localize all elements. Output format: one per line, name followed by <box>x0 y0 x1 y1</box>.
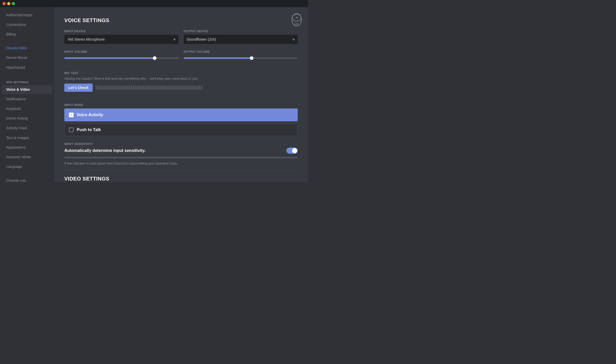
input-mode-section: INPUT MODE Voice Activity Push to Talk <box>64 103 298 136</box>
sidebar-item-language[interactable]: Language <box>2 162 52 171</box>
sidebar-item-connections[interactable]: Connections <box>2 20 52 30</box>
traffic-lights <box>3 2 15 5</box>
output-volume-label: OUTPUT VOLUME <box>184 50 298 53</box>
mic-bar <box>199 86 200 90</box>
input-volume-slider[interactable] <box>64 57 179 59</box>
mic-bar <box>147 86 149 90</box>
mic-bar <box>197 86 198 90</box>
sidebar-item-game-activity[interactable]: Game Activity <box>2 114 52 123</box>
toggle-thumb <box>292 148 297 153</box>
mic-bar <box>164 86 165 90</box>
mic-bar <box>125 86 126 90</box>
mic-bar <box>153 86 155 90</box>
mic-bar <box>174 86 175 90</box>
mic-bar <box>135 86 136 90</box>
sidebar-item-voice-video[interactable]: Voice & Video <box>2 85 52 94</box>
sensitivity-slider-track <box>64 157 298 158</box>
minimize-traffic-light[interactable] <box>7 2 10 5</box>
input-sensitivity-section: INPUT SENSITIVITY Automatically determin… <box>64 142 298 165</box>
auto-sensitivity-toggle[interactable] <box>286 148 298 154</box>
mic-bar <box>98 86 99 90</box>
mic-bar <box>139 86 140 90</box>
mic-bar <box>184 86 186 90</box>
mic-bar <box>143 86 145 90</box>
mic-level-bars <box>96 86 298 90</box>
close-button[interactable]: × ESC <box>292 13 302 26</box>
auto-sensitivity-text: Automatically determine input sensitivit… <box>64 148 145 153</box>
maximize-traffic-light[interactable] <box>12 2 15 5</box>
sidebar-item-billing[interactable]: Billing <box>2 30 52 39</box>
mic-bar <box>172 86 173 90</box>
divider-2 <box>64 98 298 98</box>
sidebar-item-notifications[interactable]: Notifications <box>2 95 52 104</box>
mic-bar <box>151 86 153 90</box>
voice-activity-option[interactable]: Voice Activity <box>64 108 298 121</box>
device-dropdowns-row: INPUT DEVICE Yeti Stereo Microphone Defa… <box>64 30 298 44</box>
mic-bar <box>195 86 196 90</box>
output-device-label: OUTPUT DEVICE <box>184 30 298 33</box>
mic-bar <box>122 86 124 90</box>
output-volume-slider[interactable] <box>184 57 298 59</box>
mic-bar <box>170 86 171 90</box>
mic-bar <box>110 86 112 90</box>
sidebar-item-change-log[interactable]: Change Log <box>2 176 52 182</box>
input-sensitivity-label: INPUT SENSITIVITY <box>64 142 298 145</box>
sidebar-item-activity-feed[interactable]: Activity Feed <box>2 124 52 133</box>
mic-bar <box>131 86 132 90</box>
mic-bar <box>96 86 97 90</box>
mic-bar <box>149 86 151 90</box>
mic-bar <box>188 86 190 90</box>
mic-bar <box>104 86 105 90</box>
sidebar-item-keybinds[interactable]: Keybinds <box>2 104 52 114</box>
voice-activity-label: Voice Activity <box>77 113 103 117</box>
divider-3 <box>64 170 298 171</box>
close-icon: × <box>295 15 298 20</box>
mic-bar <box>106 86 108 90</box>
mic-bar <box>180 86 182 90</box>
mic-bar <box>157 86 159 90</box>
input-device-select[interactable]: Yeti Stereo Microphone Default Built-in … <box>64 35 179 44</box>
close-traffic-light[interactable] <box>3 2 6 5</box>
push-to-talk-checkbox <box>69 128 74 132</box>
sidebar-item-text-images[interactable]: Text & Images <box>2 133 52 143</box>
sidebar-item-appearance[interactable]: Appearance <box>2 143 52 152</box>
input-volume-label: INPUT VOLUME <box>64 50 179 53</box>
mic-bar <box>160 86 161 90</box>
push-to-talk-option[interactable]: Push to Talk <box>64 123 298 136</box>
mic-bar <box>190 86 192 90</box>
output-device-group: OUTPUT DEVICE Soundflower (2ch) Default … <box>184 30 298 44</box>
mic-bar <box>176 86 178 90</box>
mic-bar <box>102 86 103 90</box>
push-to-talk-label: Push to Talk <box>77 128 101 132</box>
divider-1 <box>64 66 298 66</box>
voice-activity-checkbox <box>69 113 74 117</box>
mic-bar <box>129 86 130 90</box>
mic-bar <box>162 86 163 90</box>
sidebar-item-hypesquad[interactable]: HypeSquad <box>2 63 52 72</box>
mic-bar <box>182 86 184 90</box>
sidebar-item-streamer-mode[interactable]: Streamer Mode <box>2 153 52 162</box>
sidebar-item-server-boost[interactable]: Server Boost <box>2 53 52 62</box>
sidebar-item-authorized-apps[interactable]: Authorized Apps <box>2 11 52 20</box>
mic-test-section: MIC TEST Having mic issues? Start a test… <box>64 71 298 92</box>
mic-bar <box>186 86 188 90</box>
mic-test-row: Let's Check <box>64 84 298 92</box>
mic-bar <box>133 86 134 90</box>
mic-test-label: MIC TEST <box>64 71 298 75</box>
mic-bar <box>168 86 169 90</box>
mic-bar <box>116 86 118 90</box>
mic-bar <box>108 86 110 90</box>
mic-bar <box>114 86 116 90</box>
sidebar-item-discord-nitro[interactable]: Discord Nitro <box>2 44 52 53</box>
mic-bar <box>137 86 138 90</box>
content-area: × ESC VOICE SETTINGS INPUT DEVICE Yeti S… <box>54 7 308 182</box>
output-device-select[interactable]: Soundflower (2ch) Default Built-in Outpu… <box>184 35 298 44</box>
mic-bar <box>155 86 157 90</box>
input-device-dropdown-wrapper: Yeti Stereo Microphone Default Built-in … <box>64 35 179 44</box>
app-settings-label: APP SETTINGS <box>2 77 52 85</box>
lets-check-button[interactable]: Let's Check <box>64 84 93 92</box>
app-body: Authorized Apps Connections Billing Disc… <box>0 7 308 182</box>
mic-bar <box>192 86 194 90</box>
sensitivity-row: Automatically determine input sensitivit… <box>64 148 298 154</box>
sidebar: Authorized Apps Connections Billing Disc… <box>0 7 54 182</box>
